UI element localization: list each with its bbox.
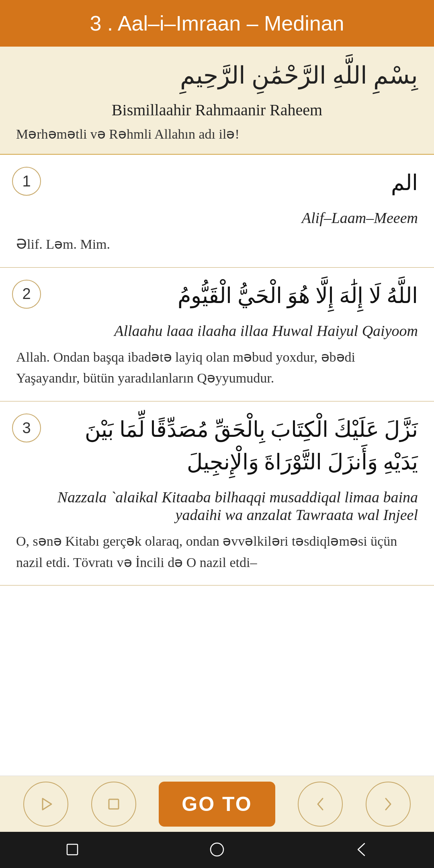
verse-arabic-2: اللَّهُ لَا إِلَٰهَ إِلَّا هُوَ الْحَيُّ… (16, 280, 418, 312)
verse-arabic-1: الم (16, 167, 418, 199)
verse-transliteration-1: Alif–Laam–Meeem (16, 209, 418, 227)
verse-section-1: 1 الم Alif–Laam–Meeem Əlif. Ləm. Mim. (0, 155, 434, 268)
verse-translation-1: Əlif. Ləm. Mim. (16, 234, 418, 255)
verse-translation-3: O, sənə Kitabı gerçək olaraq, ondan əvvə… (16, 531, 418, 573)
verse-transliteration-2: Allaahu laaa ilaaha illaa Huwal Haiyul Q… (16, 322, 418, 340)
svg-rect-1 (109, 799, 119, 809)
android-back-button[interactable] (352, 840, 371, 860)
stop-button[interactable] (91, 782, 136, 827)
android-home-icon (208, 840, 226, 859)
verse-number-1: 1 (12, 167, 41, 196)
next-button[interactable] (366, 782, 411, 827)
stop-icon (105, 795, 123, 813)
svg-rect-2 (67, 844, 78, 855)
chevron-left-icon (311, 795, 329, 813)
play-icon (37, 795, 55, 813)
bismillah-translation: Mərhəmətli və Rəhmli Allahın adı ilə! (16, 126, 418, 142)
play-button[interactable] (23, 782, 68, 827)
verse-section-3: 3 نَزَّلَ عَلَيْكَ الْكِتَابَ بِالْحَقِّ… (0, 401, 434, 585)
svg-point-3 (211, 843, 223, 856)
android-recents-icon (63, 840, 82, 859)
verse-number-2: 2 (12, 280, 41, 309)
bottom-toolbar: GO TO (0, 776, 434, 832)
verse-translation-2: Allah. Ondan başqa ibadətə layiq olan mə… (16, 347, 418, 389)
android-recents-button[interactable] (63, 840, 82, 860)
verse-transliteration-3: Nazzala `alaikal Kitaaba bilhaqqi musadd… (16, 488, 418, 524)
android-navbar (0, 832, 434, 868)
svg-marker-0 (43, 798, 51, 810)
verse-section-2: 2 اللَّهُ لَا إِلَٰهَ إِلَّا هُوَ الْحَي… (0, 268, 434, 401)
bismillah-transliteration: Bismillaahir Rahmaanir Raheem (16, 100, 418, 119)
bismillah-arabic: بِسْمِ اللَّهِ الرَّحْمَٰنِ الرَّحِيمِ (16, 59, 418, 92)
android-home-button[interactable] (208, 840, 226, 860)
header: 3 . Aal–i–Imraan – Medinan (0, 0, 434, 47)
verse-arabic-3: نَزَّلَ عَلَيْكَ الْكِتَابَ بِالْحَقِّ م… (16, 414, 418, 479)
android-back-icon (352, 840, 371, 859)
verse-number-3: 3 (12, 414, 41, 442)
bismillah-section: بِسْمِ اللَّهِ الرَّحْمَٰنِ الرَّحِيمِ B… (0, 47, 434, 155)
chevron-right-icon (379, 795, 397, 813)
goto-button[interactable]: GO TO (159, 782, 275, 827)
prev-button[interactable] (298, 782, 343, 827)
page-title: 3 . Aal–i–Imraan – Medinan (90, 12, 344, 35)
